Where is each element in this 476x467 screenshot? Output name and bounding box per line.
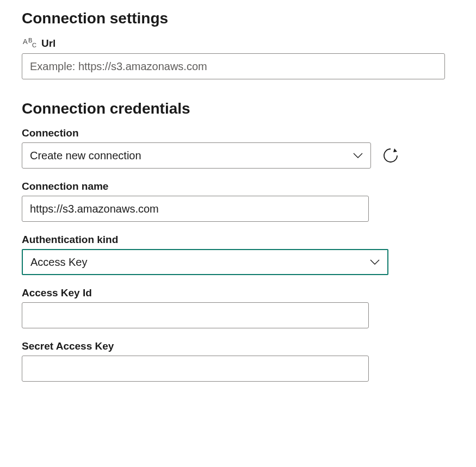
auth-kind-select-value: Access Key [30, 256, 87, 269]
auth-kind-select[interactable]: Access Key [22, 249, 388, 275]
connection-label: Connection [22, 127, 79, 139]
connection-settings-heading: Connection settings [22, 10, 454, 27]
connection-select-value: Create new connection [30, 150, 141, 162]
connection-credentials-heading: Connection credentials [22, 100, 454, 117]
refresh-button[interactable] [381, 146, 400, 165]
secret-access-key-label: Secret Access Key [22, 340, 114, 352]
connection-name-label: Connection name [22, 180, 108, 192]
connection-select[interactable]: Create new connection [22, 142, 371, 169]
auth-kind-label: Authentication kind [22, 234, 118, 246]
secret-access-key-field-block: Secret Access Key [22, 340, 454, 382]
access-key-id-input[interactable] [22, 302, 369, 328]
connection-field-block: Connection Create new connection [22, 127, 454, 169]
svg-text:C: C [32, 42, 36, 48]
chevron-down-icon [370, 259, 380, 265]
connection-name-input[interactable] [22, 196, 369, 222]
secret-access-key-input[interactable] [22, 356, 369, 382]
url-input[interactable] [22, 53, 445, 79]
auth-kind-field-block: Authentication kind Access Key [22, 234, 454, 275]
connection-name-field-block: Connection name [22, 180, 454, 222]
access-key-id-label: Access Key Id [22, 287, 92, 299]
text-type-icon: A B C [22, 37, 38, 50]
access-key-id-field-block: Access Key Id [22, 287, 454, 328]
svg-text:A: A [23, 38, 28, 46]
url-field-block: A B C Url [22, 37, 454, 79]
chevron-down-icon [353, 152, 363, 159]
url-label: Url [41, 38, 55, 49]
